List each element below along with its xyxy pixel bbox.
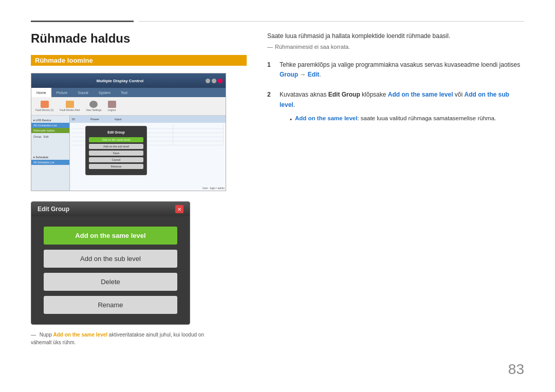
sidebar-group[interactable]: Rühmade haldus (31, 128, 69, 133)
popup-remove[interactable]: Remove (89, 164, 143, 169)
bullet-link: Add on the same level (295, 115, 357, 121)
main-content: Rühmade haldus Rühmade loomine Multiple … (31, 31, 524, 377)
screenshot-mockup: Multiple Display Control Home Picture So… (31, 73, 226, 191)
mdc-footer: User : login / admin (201, 185, 226, 191)
intro-text: Saate luua rühmasid ja hallata komplekti… (267, 31, 524, 41)
popup-add-same-level[interactable]: Add on the same level (89, 137, 143, 142)
left-column: Rühmade haldus Rühmade loomine Multiple … (31, 31, 247, 377)
fault-device-icon (41, 101, 49, 108)
tab-tool[interactable]: Tool (116, 88, 133, 97)
dialog-delete-button[interactable]: Delete (44, 273, 177, 291)
col-id: ID (72, 118, 75, 121)
popup-cancel[interactable]: Cancel (89, 157, 143, 162)
mdc-main-area: ID Power Input Edit Group Add on the sam… (70, 116, 226, 191)
toolbar-fault-alert[interactable]: Fault Device Alert (60, 101, 80, 111)
top-rule-left (31, 21, 134, 22)
step-2: 2 Kuvatavas aknas Edit Group klõpsake Ad… (267, 90, 524, 124)
top-rule-right (139, 21, 524, 22)
sidebar-schedule-section: ▸ Schedule (31, 155, 69, 160)
bullet-text: Add on the same level: saate luua valitu… (295, 114, 496, 123)
step-1: 1 Tehke paremklõps ja valige programmiak… (267, 60, 524, 80)
page-container: Rühmade haldus Rühmade loomine Multiple … (0, 0, 555, 392)
col-power: Power (90, 118, 99, 121)
dialog-close-button[interactable]: ✕ (175, 205, 183, 213)
dialog-titlebar: Edit Group ✕ (31, 202, 190, 216)
popup-add-sub-level[interactable]: Add on the sub level (89, 144, 143, 149)
fault-alert-label: Fault Device Alert (60, 108, 80, 111)
minimize-btn[interactable] (206, 79, 210, 83)
note-text: — Rühmanimesid ei saa korrata. (267, 44, 524, 50)
step-1-text: Tehke paremklõps ja valige programmiakna… (280, 60, 524, 80)
dialog-title: Edit Group (38, 206, 69, 213)
bullet-dot: • (290, 115, 292, 124)
logout-icon (108, 101, 116, 108)
popup-save[interactable]: Save (89, 151, 143, 156)
tab-sound[interactable]: Sound (72, 88, 93, 97)
mdc-body: ▸ LFD Device All Connection List Rühmade… (31, 116, 226, 191)
bullet-item: • Add on the same level: saate luua vali… (290, 114, 524, 124)
step-1-link-edit: Edit (308, 71, 320, 78)
edit-group-popup-small: Edit Group Add on the same level Add on … (85, 126, 147, 175)
mdc-toolbar: Fault Device (1) Fault Device Alert User… (31, 97, 226, 116)
close-btn[interactable] (218, 79, 223, 83)
footnote: — Nupp Add on the same level aktiveerita… (31, 331, 226, 346)
footnote-link: Add on the same level (53, 332, 107, 338)
step-1-number: 1 (267, 60, 274, 80)
mdc-window-buttons (206, 79, 223, 83)
dialog-body: Add on the same level Add on the sub lev… (31, 216, 190, 324)
maximize-btn[interactable] (212, 79, 216, 83)
top-rule (31, 21, 524, 22)
tab-picture[interactable]: Picture (51, 88, 73, 97)
footnote-dash: — (31, 332, 36, 338)
dialog-rename-button[interactable]: Rename (44, 296, 177, 314)
tab-home[interactable]: Home (31, 88, 51, 97)
toolbar-fault-device[interactable]: Fault Device (1) (35, 101, 53, 111)
step-1-link-group: Group (280, 71, 298, 78)
step-1-arrow: → (300, 71, 307, 78)
dialog-add-same-level-button[interactable]: Add on the same level (44, 227, 177, 245)
footnote-text: Nupp Add on the same level aktiveeritata… (31, 332, 204, 345)
page-title: Rühmade haldus (31, 31, 247, 46)
step-2-link-same: Add on the same level (388, 91, 453, 98)
tab-system[interactable]: System (94, 88, 116, 97)
step-2-number: 2 (267, 90, 274, 124)
dialog-add-sub-level-button[interactable]: Add on the sub level (44, 250, 177, 268)
section-label: Rühmade loomine (31, 55, 247, 66)
mdc-app-bar: Multiple Display Control (31, 73, 226, 88)
edit-group-popup-title: Edit Group (89, 130, 143, 134)
edit-group-dialog: Edit Group ✕ Add on the same level Add o… (31, 201, 190, 325)
right-column: Saate luua rühmasid ja hallata komplekti… (267, 31, 524, 377)
step-2-edit-group: Edit Group (328, 91, 360, 98)
sidebar-all-schedule[interactable]: All Schedule List (31, 160, 69, 165)
sidebar-lfd-section: ▸ LFD Device (31, 118, 69, 123)
fault-alert-icon (66, 101, 74, 108)
mdc-column-headers: ID Power Input (70, 116, 226, 123)
toolbar-user-settings[interactable]: User Settings (86, 101, 101, 111)
user-settings-label: User Settings (86, 108, 101, 111)
note-content: Rühmanimesid ei saa korrata. (275, 44, 350, 50)
page-number: 83 (508, 361, 524, 378)
mdc-sidebar: ▸ LFD Device All Connection List Rühmade… (31, 116, 70, 191)
logout-label: Logout (108, 108, 116, 111)
step-2-text: Kuvatavas aknas Edit Group klõpsake Add … (280, 90, 524, 124)
mdc-nav-tabs: Home Picture Sound System Tool (31, 88, 226, 97)
note-dash: — (267, 44, 273, 50)
mdc-app-title: Multiple Display Control (34, 79, 206, 83)
col-input: Input (115, 118, 121, 121)
toolbar-logout[interactable]: Logout (108, 101, 116, 111)
user-settings-icon (89, 101, 98, 108)
fault-device-label: Fault Device (1) (35, 108, 53, 111)
sidebar-all-connection[interactable]: All Connection List (31, 123, 69, 128)
